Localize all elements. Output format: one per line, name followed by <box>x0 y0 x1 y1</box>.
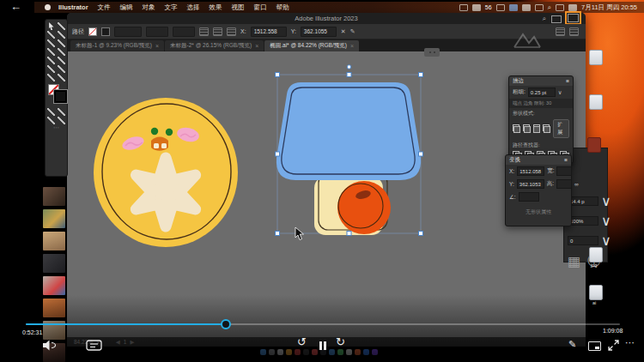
minus-front-icon[interactable] <box>523 124 531 133</box>
transform-w-field[interactable] <box>556 166 572 176</box>
align-left-icon[interactable] <box>199 27 209 36</box>
menu-item-effect[interactable]: 效果 <box>210 3 222 12</box>
stroke-color-swatch[interactable] <box>54 90 67 103</box>
transform-x-field[interactable]: 1512.058 <box>517 166 544 176</box>
menu-app-name[interactable]: Illustrator <box>58 3 88 11</box>
x-field[interactable]: 1512.558 <box>251 27 287 37</box>
wifi-icon[interactable] <box>535 4 544 11</box>
screen-mode-icon[interactable] <box>58 117 65 124</box>
desktop-file-icon[interactable] <box>589 50 603 65</box>
more-options-icon[interactable]: ⋯ <box>625 338 635 347</box>
line-tool-icon[interactable] <box>58 39 65 47</box>
transform-angle-field[interactable] <box>519 192 539 202</box>
intersect-icon[interactable] <box>533 124 541 133</box>
transform-panel-title[interactable]: 变换 <box>509 156 520 164</box>
input-source-icon[interactable] <box>556 4 564 11</box>
link-dimensions-icon[interactable]: ∞ <box>574 181 579 187</box>
brush-dropdown[interactable] <box>173 27 195 37</box>
fullscreen-icon[interactable] <box>608 340 619 351</box>
panel-menu-icon[interactable]: ≡ <box>566 78 569 84</box>
menu-item-type[interactable]: 文字 <box>165 3 178 12</box>
none-button-icon[interactable] <box>58 108 65 116</box>
file-thumbnail[interactable] <box>43 209 65 228</box>
menu-item-object[interactable]: 对象 <box>143 3 155 12</box>
transform-y-field[interactable]: 362.1053 <box>517 179 544 189</box>
screen-mirroring-icon[interactable] <box>496 4 505 11</box>
menu-item-window[interactable]: 窗口 <box>254 3 267 12</box>
pause-button[interactable] <box>319 338 327 353</box>
panel-menu-icon[interactable]: ≡ <box>564 157 568 163</box>
document-tab-2[interactable]: 未标题-2* @ 26.15% (RGB/预览) × <box>165 40 264 51</box>
stroke-weight-field[interactable]: 0.25 pt <box>528 87 556 97</box>
file-thumbnail[interactable] <box>43 187 65 206</box>
app-status-icon[interactable] <box>459 4 468 11</box>
properties-toggle-icon[interactable] <box>569 27 579 36</box>
style-icon[interactable]: ✎ <box>350 28 355 35</box>
rotate-tool-icon[interactable] <box>58 57 65 64</box>
shaper-tool-icon[interactable] <box>47 57 55 64</box>
close-tab-icon[interactable]: × <box>350 43 354 49</box>
gradient-tool-icon[interactable] <box>47 74 55 81</box>
arrange-docs-icon[interactable] <box>551 15 562 23</box>
apple-logo-icon[interactable] <box>45 4 51 10</box>
file-thumbnail[interactable] <box>43 276 65 295</box>
wechat-icon[interactable] <box>472 4 481 11</box>
progress-knob[interactable] <box>221 319 231 329</box>
menubar-clock[interactable]: 7月11日 周四 20:55 <box>581 3 637 12</box>
danmaku-toggle-icon[interactable] <box>86 340 102 351</box>
rotation-field[interactable]: 0 <box>568 236 598 245</box>
edit-toolbar-icon[interactable]: ⋯ <box>46 125 67 130</box>
skip-forward-icon[interactable]: ↻ <box>336 337 345 347</box>
opacity-field[interactable]: 100% <box>568 216 598 226</box>
spotlight-icon[interactable]: ⌕ <box>548 3 551 12</box>
search-icon[interactable]: ⌕ <box>543 15 546 23</box>
pen-tool-icon[interactable] <box>47 31 55 39</box>
type-tool-icon[interactable] <box>47 39 55 47</box>
color-button-icon[interactable] <box>47 108 55 116</box>
pip-icon[interactable] <box>588 341 601 351</box>
draw-mode-icon[interactable] <box>47 117 55 124</box>
notes-pencil-icon[interactable]: ✎ <box>568 340 576 349</box>
align-right-icon[interactable] <box>227 27 236 36</box>
width-tool-icon[interactable] <box>58 65 65 73</box>
desktop-file-icon[interactable] <box>587 137 601 153</box>
unite-icon[interactable] <box>513 124 520 133</box>
y-field[interactable]: 362.1055 <box>301 27 337 37</box>
canvas-widget[interactable] <box>424 48 440 57</box>
menu-item-edit[interactable]: 编辑 <box>120 3 133 12</box>
transform-h-field[interactable] <box>556 179 572 189</box>
expand-button[interactable]: 扩展 <box>553 119 569 138</box>
shape-tool-icon[interactable] <box>47 48 55 56</box>
isolate-icon[interactable]: ✕ <box>341 28 346 35</box>
volume-icon[interactable] <box>41 340 57 351</box>
keyboard-icon[interactable] <box>522 4 531 11</box>
display-icon[interactable] <box>509 4 518 11</box>
scale-tool-icon[interactable] <box>47 65 55 73</box>
stroke-weight-dropdown[interactable] <box>114 27 142 37</box>
window-titlebar[interactable]: Adobe Illustrator 2023 ⌕ <box>67 13 586 24</box>
font-size-field[interactable]: 14.4 p <box>568 196 598 206</box>
selection-tool-icon[interactable] <box>47 22 55 30</box>
exclude-icon[interactable] <box>543 124 550 133</box>
menu-item-help[interactable]: 帮助 <box>276 3 289 12</box>
paintbrush-tool-icon[interactable] <box>58 48 65 56</box>
curvature-tool-icon[interactable] <box>58 31 65 39</box>
desktop-file-icon[interactable] <box>589 94 603 110</box>
close-tab-icon[interactable]: × <box>155 43 159 49</box>
back-button[interactable]: ← <box>10 2 21 11</box>
close-tab-icon[interactable]: × <box>255 43 258 49</box>
document-tab-3-active[interactable]: 椭圆.ai* @ 84.22% (RGB/预览) × <box>264 40 359 51</box>
file-thumbnail[interactable] <box>43 232 65 250</box>
panel-toggle-icon[interactable] <box>556 27 565 36</box>
stroke-swatch[interactable] <box>101 27 110 36</box>
file-thumbnail[interactable] <box>43 254 65 273</box>
grid-icon[interactable]: ▦ <box>568 253 580 269</box>
menu-item-view[interactable]: 视图 <box>232 3 245 12</box>
direct-selection-tool-icon[interactable] <box>58 22 65 30</box>
zoom-tool-icon[interactable] <box>58 74 65 81</box>
menu-item-file[interactable]: 文件 <box>98 3 111 12</box>
stroke-panel-title[interactable]: 描边 <box>513 77 524 85</box>
menu-item-select[interactable]: 选择 <box>187 3 200 12</box>
desktop-file-icon[interactable] <box>589 247 603 262</box>
document-tab-1[interactable]: 未标题-1 @ 9.23% (RGB/预览) × <box>70 40 164 51</box>
